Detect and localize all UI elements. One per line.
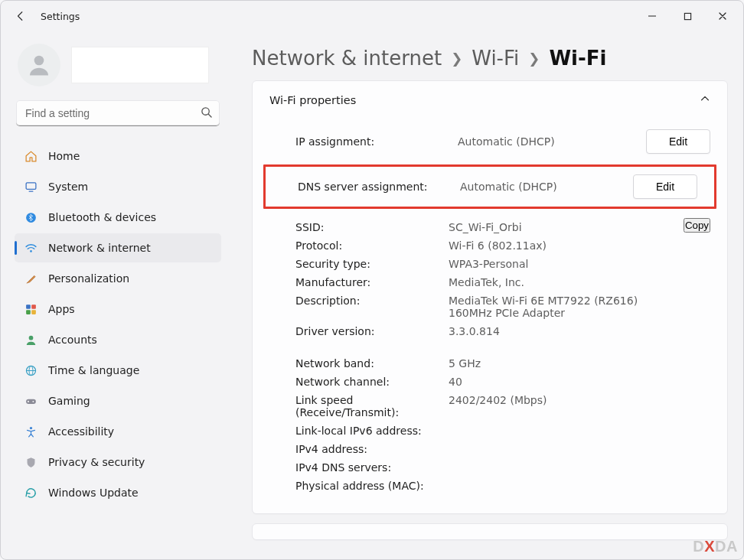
svg-point-13 — [28, 335, 33, 340]
search-input[interactable] — [16, 100, 220, 126]
property-group-2: Network band:5 GHz Network channel:40 Li… — [253, 351, 727, 500]
profile-name-placeholder — [71, 47, 209, 83]
sidebar-item-label: Windows Update — [48, 487, 139, 499]
svg-point-18 — [32, 400, 34, 402]
sidebar-item-privacy[interactable]: Privacy & security — [15, 448, 221, 477]
ip-assignment-value: Automatic (DHCP) — [458, 135, 637, 148]
sidebar-item-gaming[interactable]: Gaming — [15, 386, 221, 415]
window-title: Settings — [41, 11, 80, 22]
home-icon — [24, 149, 38, 163]
sidebar-item-system[interactable]: System — [15, 172, 221, 201]
breadcrumb-root[interactable]: Network & internet — [252, 47, 442, 70]
kv-security: Security type:WPA3-Personal — [295, 255, 684, 273]
sidebar-item-accounts[interactable]: Accounts — [15, 325, 221, 354]
sidebar-item-label: Accessibility — [48, 425, 114, 438]
breadcrumb-current: Wi-Fi — [549, 47, 606, 70]
person-icon — [24, 333, 38, 347]
svg-rect-5 — [26, 182, 36, 189]
card-title: Wi-Fi properties — [269, 94, 356, 106]
nav-list: Home System Bluetooth & devices Network … — [15, 142, 221, 507]
kv-band: Network band:5 GHz — [295, 354, 710, 373]
kv-manufacturer: Manufacturer:MediaTek, Inc. — [295, 273, 684, 291]
sidebar-item-label: Time & language — [48, 364, 139, 376]
back-button[interactable] — [15, 10, 27, 22]
ip-assignment-label: IP assignment: — [295, 135, 449, 148]
dns-assignment-row: DNS server assignment: Automatic (DHCP) … — [266, 167, 714, 207]
sidebar-item-label: System — [48, 181, 88, 193]
svg-rect-10 — [31, 304, 36, 309]
dns-assignment-label: DNS server assignment: — [298, 181, 451, 193]
minimize-button[interactable] — [635, 4, 670, 28]
dns-highlight: DNS server assignment: Automatic (DHCP) … — [263, 164, 716, 209]
sidebar-item-label: Bluetooth & devices — [48, 211, 156, 223]
sidebar-item-accessibility[interactable]: Accessibility — [15, 417, 221, 446]
apps-icon — [24, 302, 38, 316]
svg-rect-11 — [26, 310, 31, 314]
gamepad-icon — [24, 394, 38, 408]
accessibility-icon — [24, 425, 38, 438]
svg-point-8 — [30, 250, 32, 252]
bluetooth-icon — [24, 210, 38, 224]
sidebar-item-home[interactable]: Home — [15, 142, 221, 171]
card-header[interactable]: Wi-Fi properties — [253, 81, 727, 119]
sidebar-item-network[interactable]: Network & internet — [15, 233, 221, 262]
maximize-button[interactable] — [670, 4, 705, 28]
search-icon — [201, 106, 212, 120]
copy-button[interactable]: Copy — [684, 218, 710, 233]
sidebar-item-label: Accounts — [48, 334, 97, 346]
svg-line-4 — [208, 114, 211, 117]
svg-point-19 — [29, 426, 31, 428]
chevron-right-icon: ❯ — [451, 50, 462, 67]
sidebar-item-windows-update[interactable]: Windows Update — [15, 478, 221, 507]
ip-assignment-row: IP assignment: Automatic (DHCP) Edit — [253, 122, 727, 161]
edit-dns-button[interactable]: Edit — [633, 174, 697, 199]
sidebar-item-label: Gaming — [48, 395, 90, 407]
kv-protocol: Protocol:Wi-Fi 6 (802.11ax) — [295, 236, 684, 255]
edit-ip-button[interactable]: Edit — [646, 129, 710, 154]
property-group-1: SSID:SC_Wi-Fi_Orbi Protocol:Wi-Fi 6 (802… — [295, 218, 684, 340]
shield-icon — [24, 455, 38, 469]
sidebar-item-apps[interactable]: Apps — [15, 295, 221, 324]
profile-area[interactable] — [15, 39, 221, 91]
svg-rect-1 — [684, 13, 690, 19]
wifi-properties-card: Wi-Fi properties IP assignment: Automati… — [252, 80, 728, 514]
breadcrumb-mid[interactable]: Wi-Fi — [472, 47, 519, 70]
update-icon — [24, 486, 38, 500]
sidebar-item-label: Privacy & security — [48, 456, 145, 468]
avatar — [18, 44, 60, 86]
kv-ipv6-linklocal: Link-local IPv6 address: — [295, 422, 710, 440]
kv-description: Description:MediaTek Wi-Fi 6E MT7922 (RZ… — [295, 291, 684, 322]
sidebar-item-label: Personalization — [48, 272, 129, 285]
breadcrumb: Network & internet ❯ Wi-Fi ❯ Wi-Fi — [252, 39, 728, 80]
kv-ipv4-address: IPv4 address: — [295, 440, 710, 458]
sidebar-item-time-language[interactable]: Time & language — [15, 356, 221, 385]
kv-channel: Network channel:40 — [295, 373, 710, 391]
wifi-icon — [24, 241, 38, 255]
svg-point-3 — [202, 108, 209, 115]
close-button[interactable] — [705, 4, 740, 28]
chevron-up-icon — [700, 93, 710, 106]
chevron-right-icon: ❯ — [528, 50, 540, 67]
paintbrush-icon — [24, 272, 38, 285]
kv-ssid: SSID:SC_Wi-Fi_Orbi — [295, 218, 684, 236]
sidebar-item-label: Home — [48, 150, 80, 162]
kv-link-speed: Link speed (Receive/Transmit):2402/2402 … — [295, 391, 710, 422]
sidebar-item-label: Network & internet — [48, 242, 151, 254]
sidebar-item-personalization[interactable]: Personalization — [15, 264, 221, 293]
svg-rect-9 — [26, 304, 31, 309]
system-icon — [24, 180, 38, 194]
sidebar-item-label: Apps — [48, 303, 75, 315]
kv-ipv4-dns: IPv4 DNS servers: — [295, 458, 710, 477]
svg-point-2 — [34, 56, 44, 66]
kv-mac: Physical address (MAC): — [295, 477, 710, 495]
search-box[interactable] — [16, 100, 220, 126]
globe-icon — [24, 363, 38, 377]
sidebar-item-bluetooth[interactable]: Bluetooth & devices — [15, 203, 221, 232]
svg-rect-12 — [31, 310, 36, 314]
kv-driver-version: Driver version:3.3.0.814 — [295, 322, 684, 340]
dns-assignment-value: Automatic (DHCP) — [460, 181, 624, 193]
next-card-peek — [252, 523, 728, 540]
